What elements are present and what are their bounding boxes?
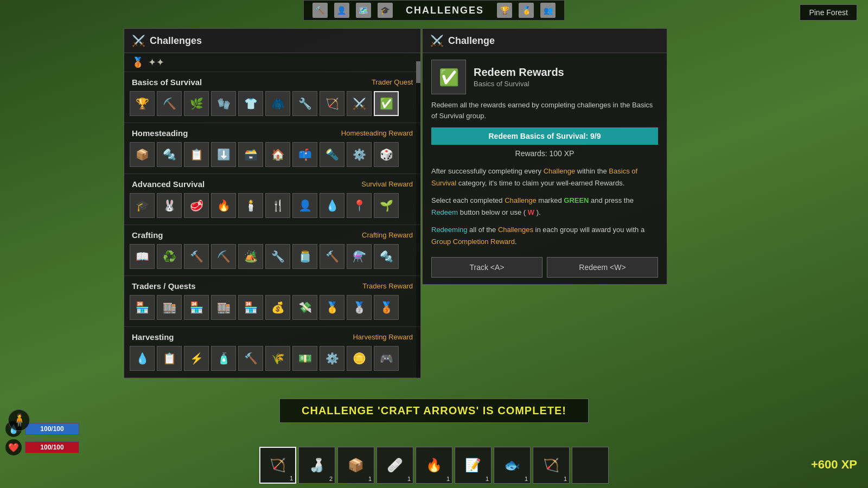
- track-button[interactable]: Track <A>: [431, 257, 542, 278]
- text-green: GREEN: [564, 196, 589, 204]
- challenge-icon-1-1[interactable]: 🔩: [157, 142, 182, 167]
- nav-title: CHALLENGES: [399, 5, 490, 16]
- hotbar-slot-0[interactable]: 🏹1: [259, 447, 296, 484]
- nav-icon-map[interactable]: 🗺️: [356, 3, 371, 18]
- categories-container: Basics of SurvivalTrader Quest🏆⛏️🌿🧤👕🧥🔧🏹⚔…: [124, 72, 420, 378]
- challenge-icon-5-0[interactable]: 💧: [130, 346, 155, 371]
- hotbar-slot-7[interactable]: 🏹1: [533, 447, 570, 484]
- challenge-icon-2-0[interactable]: 🎓: [130, 193, 155, 218]
- challenge-icon-1-4[interactable]: 🗃️: [238, 142, 263, 167]
- hotbar-slot-3[interactable]: 🩹1: [376, 447, 413, 484]
- nav-icon-trophy[interactable]: 🏆: [497, 3, 512, 18]
- challenge-icon-3-8[interactable]: ⚗️: [347, 244, 372, 269]
- challenge-icon-1-8[interactable]: ⚙️: [347, 142, 372, 167]
- challenge-icon-5-6[interactable]: 💵: [292, 346, 317, 371]
- challenge-icon-2-4[interactable]: 🕯️: [238, 193, 263, 218]
- detail-header-icon: ⚔️: [430, 34, 444, 47]
- challenge-icon-5-3[interactable]: 🧴: [211, 346, 236, 371]
- challenge-icon-4-0[interactable]: 🏪: [130, 295, 155, 320]
- challenge-icon-5-7[interactable]: ⚙️: [320, 346, 344, 371]
- challenge-icon-0-2[interactable]: 🌿: [184, 91, 209, 116]
- detail-text-2: Select each completed Challenge marked G…: [431, 195, 658, 219]
- challenge-icon-3-6[interactable]: 🫙: [292, 244, 317, 269]
- challenge-icon-1-5[interactable]: 🏠: [265, 142, 290, 167]
- detail-text-1: After successfully completing every Chal…: [431, 165, 658, 189]
- hotbar-slot-4[interactable]: 🔥1: [416, 447, 452, 484]
- scrollbar[interactable]: [416, 61, 420, 378]
- bottom-hud: 🧍 💧 100/100 ❤️ 100/100 🏹1🍶2📦1🩹1🔥1📝1🐟1🏹1: [0, 426, 868, 488]
- challenge-icon-4-7[interactable]: 🥇: [320, 295, 344, 320]
- challenge-icon-2-6[interactable]: 👤: [292, 193, 317, 218]
- challenge-icon-4-4[interactable]: 🏪: [238, 295, 263, 320]
- text-redeem: Redeem: [431, 208, 458, 216]
- challenge-icon-5-4[interactable]: 🔨: [238, 346, 263, 371]
- nav-icon-craft[interactable]: 🔨: [312, 3, 328, 18]
- redeem-bar[interactable]: Redeem Basics of Survival: 9/9: [431, 127, 658, 145]
- challenge-icon-2-2[interactable]: 🥩: [184, 193, 209, 218]
- challenge-icon-4-8[interactable]: 🥈: [347, 295, 372, 320]
- challenge-icon-3-1[interactable]: ♻️: [157, 244, 182, 269]
- challenge-icon-2-7[interactable]: 💧: [320, 193, 344, 218]
- challenge-icon-0-0[interactable]: 🏆: [130, 91, 155, 116]
- scrollbar-thumb[interactable]: [416, 61, 420, 83]
- challenge-icon-0-8[interactable]: ⚔️: [347, 91, 372, 116]
- challenge-icon-3-9[interactable]: 🔩: [374, 244, 399, 269]
- challenge-icon-5-9[interactable]: 🎮: [374, 346, 399, 371]
- nav-icon-cup[interactable]: 🥇: [519, 3, 534, 18]
- challenge-icon-2-5[interactable]: 🍴: [265, 193, 290, 218]
- challenge-icon-3-5[interactable]: 🔧: [265, 244, 290, 269]
- hotbar-slot-1[interactable]: 🍶2: [298, 447, 335, 484]
- hotbar-slot-8[interactable]: [572, 447, 609, 484]
- challenge-icon-4-3[interactable]: 🏬: [211, 295, 236, 320]
- redeem-action-button[interactable]: Redeem <W>: [547, 257, 658, 278]
- char-icon: 🧍: [8, 409, 30, 431]
- challenge-icon-1-0[interactable]: 📦: [130, 142, 155, 167]
- text-challenge-1: Challenge: [544, 167, 576, 175]
- challenge-icon-4-2[interactable]: 🏪: [184, 295, 209, 320]
- challenge-icon-2-3[interactable]: 🔥: [211, 193, 236, 218]
- challenge-icon-2-9[interactable]: 🌱: [374, 193, 399, 218]
- challenge-icon-3-7[interactable]: 🔨: [320, 244, 344, 269]
- challenge-icon-4-9[interactable]: 🥉: [374, 295, 399, 320]
- challenge-icon-0-7[interactable]: 🏹: [320, 91, 344, 116]
- category-header-3: CraftingCrafting Reward: [124, 228, 420, 242]
- challenge-icon-3-0[interactable]: 📖: [130, 244, 155, 269]
- challenge-icon-5-5[interactable]: 🌾: [265, 346, 290, 371]
- challenge-icon-4-6[interactable]: 💸: [292, 295, 317, 320]
- challenge-icon-3-3[interactable]: ⛏️: [211, 244, 236, 269]
- nav-icon-player[interactable]: 👤: [334, 3, 349, 18]
- hotbar-slot-6[interactable]: 🐟1: [494, 447, 531, 484]
- challenge-icon-0-5[interactable]: 🧥: [265, 91, 290, 116]
- challenge-icon-2-1[interactable]: 🐰: [157, 193, 182, 218]
- detail-panel-title: Challenge: [448, 35, 495, 47]
- challenge-icon-2-8[interactable]: 📍: [347, 193, 372, 218]
- challenge-icon-4-5[interactable]: 💰: [265, 295, 290, 320]
- category-section-0: Basics of SurvivalTrader Quest🏆⛏️🌿🧤👕🧥🔧🏹⚔…: [124, 72, 420, 123]
- challenge-icon-1-3[interactable]: ⬇️: [211, 142, 236, 167]
- detail-panel-header: ⚔️ Challenge: [423, 29, 667, 53]
- challenge-icon-1-7[interactable]: 🔦: [320, 142, 344, 167]
- challenge-icon-1-2[interactable]: 📋: [184, 142, 209, 167]
- nav-icon-group[interactable]: 👥: [540, 3, 556, 18]
- challenge-icon-0-6[interactable]: 🔧: [292, 91, 317, 116]
- challenge-icon-1-6[interactable]: 📫: [292, 142, 317, 167]
- hotbar-slot-5[interactable]: 📝1: [455, 447, 492, 484]
- hotbar-count-7: 1: [564, 476, 567, 482]
- challenge-icon-3-2[interactable]: 🔨: [184, 244, 209, 269]
- rewards-line: Rewards: 100 XP: [431, 149, 658, 158]
- nav-icon-skills[interactable]: 🎓: [378, 3, 393, 18]
- challenge-icon-4-1[interactable]: 🏬: [157, 295, 182, 320]
- challenge-icon-0-3[interactable]: 🧤: [211, 91, 236, 116]
- hotbar-slot-2[interactable]: 📦1: [337, 447, 374, 484]
- hotbar-count-0: 1: [290, 475, 293, 481]
- challenge-icon-5-1[interactable]: 📋: [157, 346, 182, 371]
- challenge-icon-3-4[interactable]: 🏕️: [238, 244, 263, 269]
- challenge-icon-5-8[interactable]: 🪙: [347, 346, 372, 371]
- challenge-icon-0-1[interactable]: ⛏️: [157, 91, 182, 116]
- category-section-3: CraftingCrafting Reward📖♻️🔨⛏️🏕️🔧🫙🔨⚗️🔩: [124, 225, 420, 276]
- challenge-icon-1-9[interactable]: 🎲: [374, 142, 399, 167]
- challenge-icon-0-4[interactable]: 👕: [238, 91, 263, 116]
- icons-row-2: 🎓🐰🥩🔥🕯️🍴👤💧📍🌱: [124, 191, 420, 221]
- challenge-icon-0-9[interactable]: ✅: [374, 91, 399, 116]
- challenge-icon-5-2[interactable]: ⚡: [184, 346, 209, 371]
